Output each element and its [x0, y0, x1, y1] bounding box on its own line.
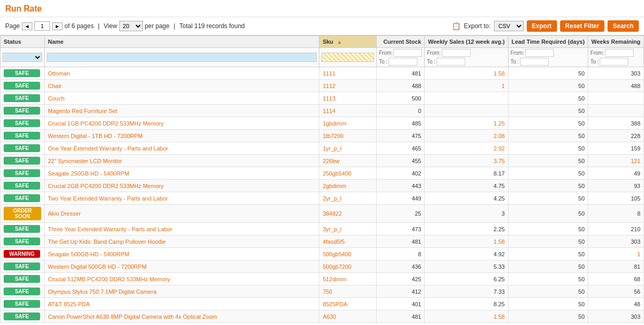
page-input[interactable]: [34, 21, 50, 31]
weeks-cell: 303: [588, 67, 644, 80]
product-name-link[interactable]: AT&T 8525 PDA: [48, 301, 90, 307]
product-name-link[interactable]: Seagate 250GB HD - 5400RPM: [48, 170, 129, 177]
stock-to-input[interactable]: [389, 58, 417, 66]
weeks-to-input[interactable]: [600, 58, 628, 66]
lead-cell: 50: [508, 130, 588, 142]
weeks-cell: 121: [588, 155, 644, 167]
product-name-link[interactable]: Three Year Extended Warranty - Parts and…: [48, 226, 172, 232]
sku-cell: 1114: [319, 105, 377, 117]
sku-link[interactable]: 1114: [323, 108, 335, 114]
weeks-cell: 105: [588, 192, 644, 205]
sku-link[interactable]: 4fasd5f5: [323, 239, 344, 245]
name-filter-input[interactable]: [47, 53, 317, 62]
weekly-to-input[interactable]: [437, 58, 465, 66]
table-row: SAFE Crucial 512MB PC4200 DDR2 533MHz Me…: [1, 273, 644, 285]
sku-link[interactable]: 250gb5400: [323, 170, 351, 177]
product-name-link[interactable]: Chair: [48, 83, 61, 89]
sku-link[interactable]: 2gbdimm: [323, 183, 346, 189]
status-cell: SAFE: [1, 67, 45, 80]
sku-link[interactable]: 500gb7200: [323, 264, 351, 270]
page-title: Run Rate: [0, 0, 644, 17]
status-badge: SAFE: [4, 107, 40, 115]
lead-cell: 50: [508, 105, 588, 117]
table-row: SAFE Magento Red Furniture Set 1114 0 50: [1, 105, 644, 117]
sku-link[interactable]: 384822: [323, 210, 342, 217]
filter-name-cell: [45, 48, 319, 67]
product-name-link[interactable]: Couch: [48, 95, 65, 102]
table-row: ORDER SOON Akio Dresser 384822 25 3 50 8: [1, 205, 644, 223]
weeks-from-label: From:: [590, 50, 604, 56]
next-page-button[interactable]: ►: [52, 22, 63, 30]
name-cell: Two Year Extended Warranty - Parts and L…: [45, 192, 319, 205]
sku-link[interactable]: 1yr_p_l: [323, 145, 341, 152]
sku-link[interactable]: 8525PDA: [323, 301, 347, 307]
prev-page-button[interactable]: ◄: [22, 22, 32, 30]
per-page-select[interactable]: 20 50 100: [119, 21, 143, 31]
sku-filter-input[interactable]: [321, 53, 374, 62]
sku-link[interactable]: 750: [323, 289, 332, 295]
sku-link[interactable]: 500gb5400: [323, 251, 351, 257]
stock-from-input[interactable]: [393, 49, 422, 57]
product-name-link[interactable]: Two Year Extended Warranty - Parts and L…: [48, 195, 168, 202]
product-name-link[interactable]: Crucial 1GB PC4200 DDR2 533MHz Memory: [48, 120, 164, 127]
lead-cell: 50: [508, 167, 588, 180]
sku-link[interactable]: 1113: [323, 95, 335, 102]
status-cell: SAFE: [1, 310, 45, 323]
product-name-link[interactable]: Olympus Stylus 750 7.1MP Digital Camera: [48, 289, 156, 295]
search-button[interactable]: Search: [608, 20, 639, 32]
lead-cell: 50: [508, 223, 588, 235]
product-name-link[interactable]: Western Digital - 1TB HD - 7200RPM: [48, 133, 143, 139]
sku-link[interactable]: A630: [323, 314, 336, 320]
lead-cell: 50: [508, 248, 588, 260]
product-name-link[interactable]: Canon PowerShot A630 8MP Digital Camera …: [48, 314, 217, 320]
name-cell: Crucial 512MB PC4200 DDR2 533MHz Memory: [45, 273, 319, 285]
sku-cell: 500gb5400: [319, 248, 377, 260]
export-button[interactable]: Export: [527, 20, 557, 32]
sku-link[interactable]: 1gbdimm: [323, 120, 346, 127]
sku-link[interactable]: 512dimm: [323, 276, 346, 282]
col-header-lead: Lead Time Required (days): [508, 36, 588, 48]
product-name-link[interactable]: One Year Extended Warranty - Parts and L…: [48, 145, 168, 152]
weekly-cell: 1.25: [425, 117, 508, 130]
product-name-link[interactable]: 22" Syncmaster LCD Monitor: [48, 158, 122, 164]
name-cell: Seagate 250GB HD - 5400RPM: [45, 167, 319, 180]
product-name-link[interactable]: Crucial 512MB PC4200 DDR2 533MHz Memory: [48, 276, 170, 282]
product-name-link[interactable]: Magento Red Furniture Set: [48, 108, 117, 114]
sku-link[interactable]: 226bw: [323, 158, 339, 164]
col-header-sku[interactable]: Sku ▲: [319, 36, 377, 48]
export-format-select[interactable]: CSV Excel: [494, 21, 524, 31]
stock-cell: 481: [377, 310, 425, 323]
weekly-from-input[interactable]: [442, 49, 470, 57]
status-filter-select[interactable]: SAFE WARNING ORDER SOON: [3, 53, 42, 62]
stock-cell: 436: [377, 260, 425, 273]
product-name-link[interactable]: The Get Up Kids: Band Camp Pullover Hood…: [48, 239, 166, 245]
sku-link[interactable]: 1111: [323, 70, 335, 77]
sku-link[interactable]: 3yr_p_l: [323, 226, 341, 232]
table-row: SAFE Chair 1112 488 1 50 488: [1, 80, 644, 92]
status-cell: SAFE: [1, 130, 45, 142]
stock-cell: 488: [377, 80, 425, 92]
product-name-link[interactable]: Seagate 500GB HD - 5400RPM: [48, 251, 129, 257]
weeks-to-label: To :: [590, 59, 599, 65]
lead-cell: 50: [508, 310, 588, 323]
lead-from-input[interactable]: [525, 49, 554, 57]
lead-cell: 50: [508, 80, 588, 92]
weeks-from-input[interactable]: [605, 49, 634, 57]
product-name-link[interactable]: Akio Dresser: [48, 210, 81, 217]
sku-link[interactable]: 1112: [323, 83, 335, 89]
status-cell: SAFE: [1, 92, 45, 105]
sku-link[interactable]: 1tb7200: [323, 133, 343, 139]
product-name-link[interactable]: Crucial 2GB PC4200 DDR2 533MHz Memory: [48, 183, 164, 189]
lead-cell: 50: [508, 273, 588, 285]
lead-to-input[interactable]: [520, 58, 549, 66]
stock-from-label: From:: [379, 50, 392, 56]
product-name-link[interactable]: Ottoman: [48, 70, 70, 77]
sku-cell: 3yr_p_l: [319, 223, 377, 235]
reset-filter-button[interactable]: Reset Filter: [560, 20, 604, 32]
sku-cell: 384822: [319, 205, 377, 223]
weeks-cell: 388: [588, 117, 644, 130]
name-cell: Western Digital - 1TB HD - 7200RPM: [45, 130, 319, 142]
product-name-link[interactable]: Western Digital 500GB HD - 7200RPM: [48, 264, 146, 270]
sku-link[interactable]: 2yr_p_l: [323, 195, 341, 202]
weekly-cell: 6.25: [425, 273, 508, 285]
